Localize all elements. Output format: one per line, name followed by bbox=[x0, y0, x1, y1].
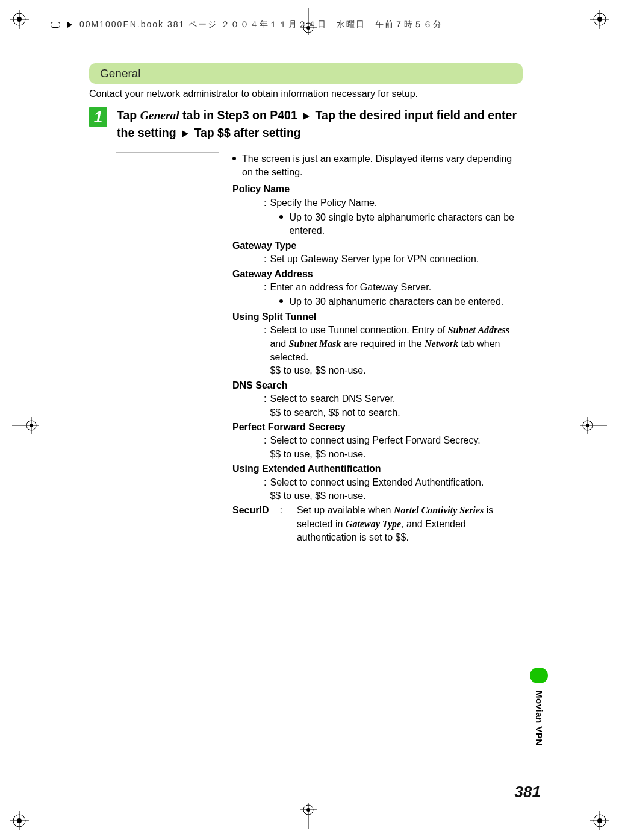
step-1: 1 Tap General tab in Step3 on P401 Tap t… bbox=[89, 107, 523, 142]
arrow-icon bbox=[182, 130, 188, 137]
note-bullet: The screen is just an example. Displayed… bbox=[232, 152, 523, 180]
crop-mark-br bbox=[590, 811, 609, 830]
split-mid: and bbox=[270, 339, 288, 349]
split-line2: $$ to use, $$ non-use. bbox=[270, 364, 523, 377]
colon: : bbox=[264, 196, 266, 238]
side-tab-label: Movian VPN bbox=[534, 691, 544, 746]
securid-pre: Set up available when bbox=[297, 505, 394, 515]
split-subnetaddr: Subnet Address bbox=[448, 325, 509, 335]
side-tab-color bbox=[530, 668, 548, 683]
gwtype-desc: Set up Gateway Server type for VPN conne… bbox=[270, 254, 479, 264]
securid-gwtype: Gateway Type bbox=[346, 519, 401, 529]
xauth-desc-text: Select to connect using Extended Authent… bbox=[270, 477, 484, 487]
side-tab: Movian VPN bbox=[530, 668, 548, 746]
pfs-desc-text: Select to connect using Perfect Forward … bbox=[270, 435, 480, 445]
step-general-label: General bbox=[140, 109, 179, 122]
header-filename: 00M1000EN.book 381 ページ ２００４年１１月２４日 水曜日 午… bbox=[79, 19, 443, 30]
term-gateway-address: Gateway Address bbox=[232, 268, 523, 281]
bullet-icon bbox=[232, 157, 236, 160]
bullet-icon bbox=[279, 215, 283, 219]
step-pre: Tap bbox=[117, 108, 140, 122]
policy-desc-text: Specify the Policy Name. bbox=[270, 198, 377, 208]
pfs-desc: Select to connect using Perfect Forward … bbox=[270, 434, 523, 461]
term-gateway-type: Gateway Type bbox=[232, 239, 523, 252]
split-desc: Select to use Tunnel connection. Entry o… bbox=[270, 324, 523, 378]
reg-mark-left bbox=[12, 416, 39, 437]
dns-line2: $$ to search, $$ not to search. bbox=[270, 406, 523, 419]
section-intro: Contact your network administrator to ob… bbox=[89, 89, 523, 99]
colon: : bbox=[264, 434, 266, 461]
gwaddr-desc: Enter an address for Gateway Server. Up … bbox=[270, 281, 523, 309]
crop-mark-bl bbox=[10, 811, 29, 830]
crop-mark-tl bbox=[10, 10, 29, 29]
colon: : bbox=[264, 252, 266, 266]
page-number: 381 bbox=[515, 783, 541, 801]
body-area: The screen is just an example. Displayed… bbox=[89, 152, 523, 545]
page-header: 00M1000EN.book 381 ページ ２００４年１１月２４日 水曜日 午… bbox=[51, 19, 568, 30]
split-pre: Select to use Tunnel connection. Entry o… bbox=[270, 325, 447, 335]
crop-mark-tr bbox=[590, 10, 609, 29]
term-securid: SecurID bbox=[232, 504, 269, 544]
xauth-line2: $$ to use, $$ non-use. bbox=[270, 489, 523, 503]
reg-mark-bottom bbox=[299, 803, 318, 832]
term-pfs: Perfect Forward Secrecy bbox=[232, 421, 523, 434]
dns-desc-text: Select to search DNS Server. bbox=[270, 393, 395, 404]
term-dns-search: DNS Search bbox=[232, 379, 523, 392]
page-content: General Contact your network administrat… bbox=[89, 63, 523, 544]
term-policy-name: Policy Name bbox=[232, 183, 523, 196]
policy-sub: Up to 30 single byte alphanumeric charac… bbox=[289, 211, 523, 238]
securid-row: SecurID : Set up available when Nortel C… bbox=[232, 504, 523, 544]
split-mid2: are required in the bbox=[341, 339, 425, 349]
colon: : bbox=[264, 324, 266, 378]
step-instruction: Tap General tab in Step3 on P401 Tap the… bbox=[117, 107, 523, 142]
term-xauth: Using Extended Authentification bbox=[232, 462, 523, 475]
xauth-desc: Select to connect using Extended Authent… bbox=[270, 476, 523, 503]
pfs-line2: $$ to use, $$ non-use. bbox=[270, 448, 523, 461]
colon: : bbox=[264, 476, 266, 503]
bullet-icon bbox=[279, 299, 283, 303]
arrow-icon bbox=[303, 113, 310, 120]
term-split-tunnel: Using Split Tunnel bbox=[232, 310, 523, 324]
header-arrow-icon bbox=[67, 22, 72, 28]
screenshot-placeholder bbox=[116, 152, 219, 268]
split-network: Network bbox=[425, 339, 458, 349]
note-text: The screen is just an example. Displayed… bbox=[242, 152, 523, 180]
gwaddr-sub: Up to 30 alphanumeric characters can be … bbox=[289, 295, 503, 309]
colon: : bbox=[264, 392, 266, 419]
header-line bbox=[450, 25, 568, 25]
split-subnetmask: Subnet Mask bbox=[289, 339, 341, 349]
reg-mark-right bbox=[580, 416, 607, 437]
step-number-badge: 1 bbox=[89, 107, 107, 127]
gwaddr-desc-text: Enter an address for Gateway Server. bbox=[270, 282, 431, 292]
colon: : bbox=[279, 504, 282, 544]
dns-desc: Select to search DNS Server. $$ to searc… bbox=[270, 392, 523, 419]
step-mid1: tab in Step3 on P401 bbox=[179, 108, 301, 122]
securid-desc: Set up available when Nortel Contivity S… bbox=[297, 504, 523, 544]
header-pill-icon bbox=[51, 22, 60, 28]
colon: : bbox=[264, 281, 266, 309]
definitions: The screen is just an example. Displayed… bbox=[232, 152, 523, 545]
section-heading: General bbox=[89, 63, 523, 84]
policy-desc: Specify the Policy Name. Up to 30 single… bbox=[270, 196, 523, 238]
securid-nortel: Nortel Contivity Series bbox=[394, 505, 484, 515]
step-post: Tap $$ after setting bbox=[191, 126, 301, 139]
